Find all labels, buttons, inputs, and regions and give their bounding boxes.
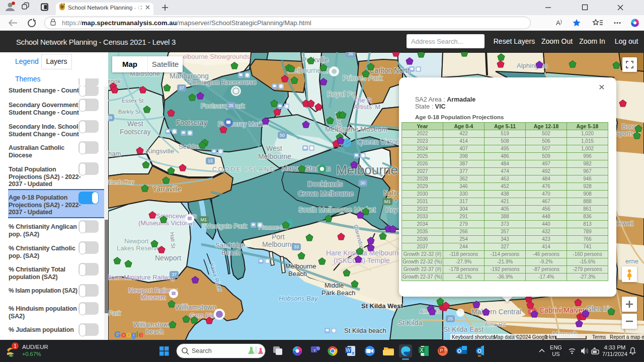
svg-text:Alma Rd: Alma Rd [485,321,506,327]
svg-text:St Kilda East: St Kilda East [443,325,484,333]
svg-text:33: 33 [294,244,299,249]
svg-text:Flemington Racecourse: Flemington Racecourse [187,78,256,86]
svg-text:A): A) [556,19,562,27]
svg-text:St Kilda: St Kilda [398,319,422,327]
svg-text:Melbourne: Melbourne [336,162,398,177]
svg-text:Museum: Museum [141,294,166,301]
svg-text:Yarraville: Yarraville [152,185,182,193]
svg-text:US: US [552,351,559,357]
svg-text:Footscray Park: Footscray Park [201,102,245,110]
svg-text:37: 37 [179,85,184,90]
svg-text:4:33 PM: 4:33 PM [604,344,626,350]
svg-text:Melbourne: Melbourne [258,152,291,160]
svg-text:Beach: Beach [288,270,307,278]
svg-text:Cabrini Malvern: Cabrini Malvern [539,306,589,314]
svg-text:Alphington: Alphington [517,62,547,69]
svg-text:Williamstown: Williamstown [175,303,216,311]
svg-text:Hobsons Bay: Hobsons Bay [279,295,318,302]
svg-text:Melbourne: Melbourne [262,240,295,248]
svg-text:Malvern Central: Malvern Central [471,308,521,316]
svg-text:Kingsville: Kingsville [146,147,174,155]
svg-text:50: 50 [280,133,285,138]
svg-text:Footscray: Footscray [176,119,207,127]
svg-text:Footscray: Footscray [120,128,150,136]
svg-text:1: 1 [14,343,17,349]
svg-text:Crown Melbourne: Crown Melbourne [298,190,354,198]
svg-text:Parkville: Parkville [302,56,329,64]
svg-text:Melbourne: Melbourne [285,262,316,270]
svg-text:West: West [266,144,282,152]
svg-text:Map data ©2024 Google: Map data ©2024 Google [494,334,549,340]
svg-text:ham: ham [108,150,121,157]
svg-text:+0.67%: +0.67% [22,351,41,357]
svg-text:M1: M1 [201,217,207,222]
svg-text:Royal Pa: Royal Pa [327,90,356,98]
svg-text:(ISKCON) Temple: (ISKCON) Temple [334,256,390,264]
svg-text:erwell: erwell [616,220,633,227]
svg-text:St Kilda beach: St Kilda beach [344,327,386,334]
svg-text:30: 30 [360,180,365,186]
svg-text:T: T [313,348,316,353]
svg-text:Roy: Roy [386,206,398,214]
svg-text:elbourne Showgrounds: elbourne Showgrounds [183,53,250,60]
svg-text:1 km: 1 km [545,334,556,340]
svg-text:Essex St: Essex St [122,98,143,104]
svg-text:M1: M1 [384,199,391,204]
svg-text:Terms: Terms [592,334,606,340]
svg-text:Middle: Middle [325,282,344,289]
svg-text:Newport: Newport [155,254,181,262]
svg-text:Park: Park [108,310,121,317]
svg-text:o: o [121,330,126,339]
svg-text:ENG: ENG [550,344,562,350]
svg-text:AUD/EUR: AUD/EUR [22,344,48,350]
svg-text:Carlton North: Carlton North [369,66,411,74]
svg-text:Docklands: Docklands [307,179,343,188]
svg-text:Hare Krishna Melbourne: Hare Krishna Melbourne [326,249,403,257]
svg-text:37: 37 [172,272,177,277]
svg-text:West: West [127,120,143,128]
svg-text:Search: Search [192,347,212,354]
svg-text:15: 15 [208,158,213,163]
svg-text:e: e [139,330,143,339]
svg-text:g: g [131,330,136,339]
svg-text:o: o [126,330,131,339]
svg-text:39: 39 [108,115,112,120]
svg-text:W: W [346,347,351,353]
svg-text:St Kilda West: St Kilda West [361,302,404,310]
svg-text:klands Hwy: klands Hwy [108,179,134,185]
svg-text:llona Miniature Railway: llona Miniature Railway [108,274,176,281]
svg-text:7/11/2024: 7/11/2024 [602,351,628,357]
svg-text:erne: erne [625,257,638,265]
svg-text:35: 35 [228,103,233,108]
svg-text:Beach: Beach [221,249,240,256]
svg-text:25: 25 [448,316,453,321]
svg-text:G: G [114,330,121,339]
svg-text:X: X [420,347,424,353]
svg-text:Sandridge: Sandridge [215,241,245,249]
svg-text:COODE ISLAND: COODE ISLAND [212,166,276,173]
svg-text:Keyboard shortcuts: Keyboard shortcuts [452,334,495,340]
svg-text:36: 36 [348,52,353,56]
svg-text:Newport: Newport [124,237,149,245]
svg-text:Westgate Park: Westgate Park [204,222,248,230]
svg-text:P: P [440,348,443,353]
svg-text:beach: beach [146,328,164,335]
svg-text:Report a map error: Report a map error [610,334,644,340]
svg-text:Barkly St: Barkly St [118,109,140,115]
svg-text:Seddon: Seddon [179,143,201,150]
svg-text:Melbourne Museum: Melbourne Museum [325,125,387,133]
svg-text:Park Beach: Park Beach [321,289,355,297]
svg-text:Port: Port [272,233,285,241]
svg-text:Artists' M: Artists' M [354,103,380,111]
svg-text:Williamstown: Williamstown [133,321,172,328]
